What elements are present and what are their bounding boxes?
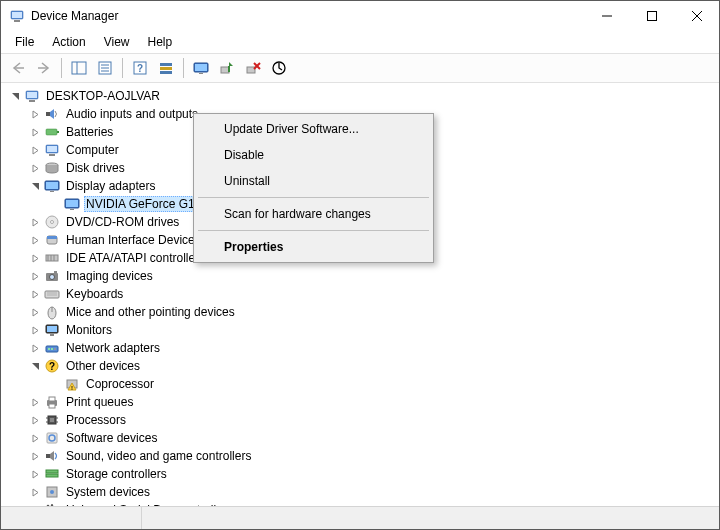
tree-category[interactable]: Other devices xyxy=(29,357,719,375)
root-label: DESKTOP-AOJLVAR xyxy=(44,89,162,103)
tree-category[interactable]: System devices xyxy=(29,483,719,501)
expand-icon[interactable] xyxy=(29,144,41,156)
context-disable[interactable]: Disable xyxy=(196,142,431,168)
hid-icon xyxy=(44,232,60,248)
collapse-icon[interactable] xyxy=(9,90,21,102)
tree-category[interactable]: Network adapters xyxy=(29,339,719,357)
audio-icon xyxy=(44,106,60,122)
tree-category[interactable]: Storage controllers xyxy=(29,465,719,483)
svg-rect-74 xyxy=(160,67,172,70)
menu-help[interactable]: Help xyxy=(140,33,181,51)
enable-toolbar-button[interactable] xyxy=(214,55,240,81)
network-icon xyxy=(44,340,60,356)
tree-category[interactable]: Universal Serial Bus controllers xyxy=(29,501,719,506)
category-label: Batteries xyxy=(64,125,115,139)
statusbar xyxy=(1,506,719,529)
device-label: Coprocessor xyxy=(84,377,156,391)
keyboard-icon xyxy=(44,286,60,302)
properties-icon xyxy=(97,60,113,76)
tree-category[interactable]: Processors xyxy=(29,411,719,429)
maximize-button[interactable] xyxy=(629,1,674,31)
tree-category[interactable]: Keyboards xyxy=(29,285,719,303)
context-separator xyxy=(198,197,429,198)
expand-icon[interactable] xyxy=(29,108,41,120)
action-icon xyxy=(158,60,174,76)
expand-icon[interactable] xyxy=(29,450,41,462)
cpu-icon xyxy=(44,412,60,428)
app-icon xyxy=(9,8,25,24)
storage-icon xyxy=(44,466,60,482)
expand-icon[interactable] xyxy=(29,486,41,498)
help-toolbar-button[interactable]: ? xyxy=(127,55,153,81)
minimize-icon xyxy=(602,11,612,21)
ide-icon xyxy=(44,250,60,266)
collapse-icon[interactable] xyxy=(29,360,41,372)
console-tree-icon xyxy=(71,60,87,76)
battery-icon xyxy=(44,124,60,140)
tree-category[interactable]: Print queues xyxy=(29,393,719,411)
menu-file[interactable]: File xyxy=(7,33,42,51)
expand-icon[interactable] xyxy=(29,324,41,336)
tree-device[interactable]: Coprocessor xyxy=(49,375,719,393)
tree-root-node[interactable]: DESKTOP-AOJLVAR xyxy=(9,87,719,105)
expand-icon[interactable] xyxy=(29,306,41,318)
context-scan[interactable]: Scan for hardware changes xyxy=(196,201,431,227)
category-label: Network adapters xyxy=(64,341,162,355)
close-icon xyxy=(692,11,702,21)
expand-icon[interactable] xyxy=(29,252,41,264)
update-driver-toolbar-button[interactable] xyxy=(188,55,214,81)
warn-icon xyxy=(64,376,80,392)
expand-icon[interactable] xyxy=(29,432,41,444)
update-driver-icon xyxy=(193,60,209,76)
expand-icon[interactable] xyxy=(29,216,41,228)
toolbar-separator xyxy=(122,58,123,78)
category-label: Imaging devices xyxy=(64,269,155,283)
action-toolbar-button[interactable] xyxy=(153,55,179,81)
expand-icon[interactable] xyxy=(29,396,41,408)
tree-category[interactable]: Software devices xyxy=(29,429,719,447)
window-title: Device Manager xyxy=(31,9,584,23)
tree-category[interactable]: Monitors xyxy=(29,321,719,339)
expand-icon[interactable] xyxy=(29,126,41,138)
context-update-driver[interactable]: Update Driver Software... xyxy=(196,116,431,142)
dvd-icon xyxy=(44,214,60,230)
show-hide-console-tree-button[interactable] xyxy=(66,55,92,81)
category-label: Monitors xyxy=(64,323,114,337)
expand-icon[interactable] xyxy=(29,414,41,426)
category-label: Sound, video and game controllers xyxy=(64,449,253,463)
context-properties[interactable]: Properties xyxy=(196,234,431,260)
svg-rect-60 xyxy=(647,12,656,21)
device-tree-pane[interactable]: DESKTOP-AOJLVARAudio inputs and outputsB… xyxy=(1,83,719,506)
properties-toolbar-button[interactable] xyxy=(92,55,118,81)
display-icon xyxy=(44,178,60,194)
tree-category[interactable]: Sound, video and game controllers xyxy=(29,447,719,465)
expand-icon[interactable] xyxy=(29,162,41,174)
scan-hardware-toolbar-button[interactable] xyxy=(266,55,292,81)
tree-category[interactable]: Imaging devices xyxy=(29,267,719,285)
expand-icon[interactable] xyxy=(29,504,41,506)
uninstall-toolbar-button[interactable] xyxy=(240,55,266,81)
titlebar: Device Manager xyxy=(1,1,719,31)
expand-icon[interactable] xyxy=(29,342,41,354)
statusbar-cell xyxy=(1,507,142,529)
back-button[interactable] xyxy=(5,55,31,81)
context-uninstall[interactable]: Uninstall xyxy=(196,168,431,194)
minimize-button[interactable] xyxy=(584,1,629,31)
forward-button[interactable] xyxy=(31,55,57,81)
device-manager-window: Device Manager File Action View Help xyxy=(0,0,720,530)
expand-icon[interactable] xyxy=(29,468,41,480)
menu-action[interactable]: Action xyxy=(44,33,93,51)
close-button[interactable] xyxy=(674,1,719,31)
category-label: Other devices xyxy=(64,359,142,373)
category-label: Display adapters xyxy=(64,179,157,193)
category-label: Human Interface Devices xyxy=(64,233,203,247)
arrow-left-icon xyxy=(10,60,26,76)
expand-icon[interactable] xyxy=(29,270,41,282)
sound-icon xyxy=(44,448,60,464)
system-icon xyxy=(44,484,60,500)
menu-view[interactable]: View xyxy=(96,33,138,51)
expand-icon[interactable] xyxy=(29,234,41,246)
expand-icon[interactable] xyxy=(29,288,41,300)
collapse-icon[interactable] xyxy=(29,180,41,192)
tree-category[interactable]: Mice and other pointing devices xyxy=(29,303,719,321)
